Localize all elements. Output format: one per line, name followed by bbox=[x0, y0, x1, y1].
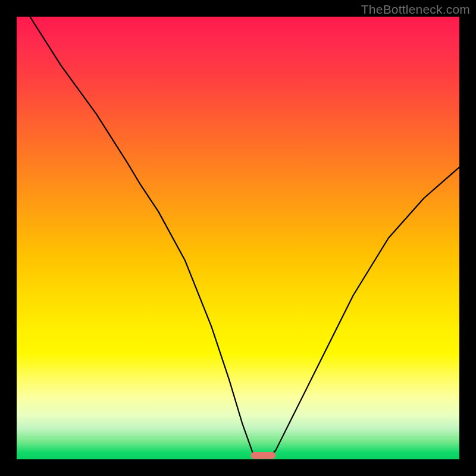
attribution-text: TheBottleneck.com bbox=[361, 2, 470, 17]
plot-area bbox=[17, 17, 459, 459]
optimal-marker bbox=[251, 452, 276, 459]
chart-svg bbox=[17, 17, 459, 459]
chart-frame: TheBottleneck.com bbox=[0, 0, 476, 476]
bottleneck-curve bbox=[30, 17, 459, 457]
